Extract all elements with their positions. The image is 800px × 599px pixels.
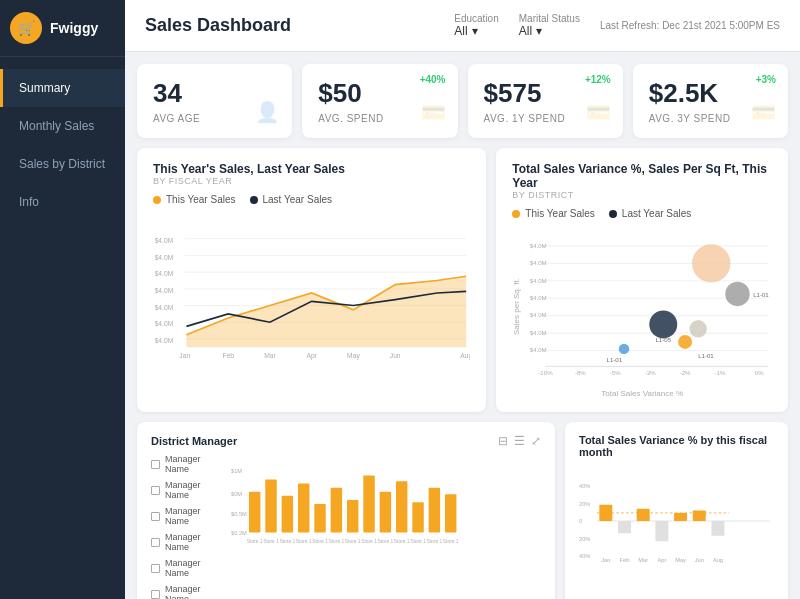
legend-last-year-label: Last Year Sales [263,194,333,205]
svg-text:Store 1: Store 1 [393,539,409,544]
manager-checkbox-5[interactable] [151,564,160,573]
kpi-3y-badge: +3% [756,74,776,85]
svg-text:-5%: -5% [609,369,620,376]
svg-text:Store 1: Store 1 [328,539,344,544]
manager-name-6: Manager Name [165,584,223,599]
dashboard-content: 34 AVG AGE 👤 +40% $50 AVG. SPEND 💳 +12% … [125,52,800,599]
manager-item-3: Manager Name [151,506,223,526]
svg-text:Aug: Aug [713,557,723,563]
svg-text:$4.0M: $4.0M [155,237,174,244]
marital-label: Marital Status [519,13,580,24]
svg-text:$4.0M: $4.0M [155,320,174,327]
manager-checkbox-2[interactable] [151,486,160,495]
svg-rect-61 [298,484,309,533]
manager-list: Manager Name Manager Name Manager Name [151,454,223,599]
marital-select[interactable]: All ▾ [519,24,580,38]
kpi-1y-spend: +12% $575 AVG. 1Y SPEND 💳 [468,64,623,138]
legend-last-year: Last Year Sales [250,194,333,205]
chevron-down-icon: ▾ [536,24,542,38]
marital-filter[interactable]: Marital Status All ▾ [519,13,580,38]
svg-text:40%: 40% [579,483,590,489]
svg-text:Feb: Feb [620,557,630,563]
manager-checkbox-1[interactable] [151,460,160,469]
filter2-icon[interactable]: ☰ [514,434,525,448]
svg-text:0%: 0% [755,369,764,376]
sidebar-item-summary[interactable]: Summary [0,69,125,107]
svg-rect-93 [655,521,668,541]
svg-text:0: 0 [579,518,582,524]
header: Sales Dashboard Education All ▾ Marital … [125,0,800,52]
kpi-1y-badge: +12% [585,74,611,85]
manager-checkbox-3[interactable] [151,512,160,521]
svg-rect-68 [412,502,423,532]
svg-text:-8%: -8% [575,369,586,376]
svg-text:-1%: -1% [714,369,725,376]
manager-checkbox-4[interactable] [151,538,160,547]
district-manager-card: District Manager ⊟ ☰ ⤢ Manager Name [137,422,555,599]
scatter-dot-2 [609,210,617,218]
manager-checkbox-6[interactable] [151,590,160,599]
line-chart-title: This Year's Sales, Last Year Sales [153,162,470,176]
svg-text:Store 1: Store 1 [246,539,262,544]
svg-text:$0M: $0M [231,491,242,497]
card-icon-3: 💳 [751,100,776,124]
svg-rect-95 [693,510,706,521]
filter-icon[interactable]: ⊟ [498,434,508,448]
svg-text:Store 1: Store 1 [410,539,426,544]
manager-name-1: Manager Name [165,454,223,474]
card-icon: 💳 [421,100,446,124]
svg-text:-2%: -2% [679,369,690,376]
sidebar-item-monthly-sales[interactable]: Monthly Sales [0,107,125,145]
refresh-timestamp: Last Refresh: Dec 21st 2021 5:00PM ES [600,20,780,31]
svg-text:Jun: Jun [695,557,704,563]
svg-rect-64 [347,500,358,533]
legend-dot-dark [250,196,258,204]
charts-row: This Year's Sales, Last Year Sales BY FI… [137,148,788,412]
svg-text:$4.0M: $4.0M [155,304,174,311]
svg-text:Store 1: Store 1 [295,539,311,544]
chart-tools[interactable]: ⊟ ☰ ⤢ [498,434,541,448]
svg-text:Apr: Apr [306,352,317,360]
svg-rect-62 [314,504,325,533]
variance-bar-chart: 40% 20% 0 20% 40% Jan [579,466,774,576]
svg-text:Store 1: Store 1 [344,539,360,544]
svg-text:20%: 20% [579,536,590,542]
svg-text:Mar: Mar [264,352,276,359]
svg-text:$4.0M: $4.0M [155,287,174,294]
svg-rect-90 [599,505,612,521]
svg-rect-94 [674,513,687,521]
svg-text:Store 1: Store 1 [426,539,442,544]
svg-text:-3%: -3% [644,369,655,376]
kpi-avg-spend: +40% $50 AVG. SPEND 💳 [302,64,457,138]
kpi-avg-spend-badge: +40% [420,74,446,85]
svg-text:Aug: Aug [460,352,470,360]
scatter-legend-2-label: Last Year Sales [622,208,692,219]
expand-icon[interactable]: ⤢ [531,434,541,448]
svg-point-44 [618,344,628,354]
svg-text:Store 1: Store 1 [263,539,279,544]
svg-rect-70 [445,494,456,532]
person-icon: 👤 [255,100,280,124]
line-chart-subtitle: BY FISCAL YEAR [153,176,470,186]
svg-text:May: May [347,352,360,360]
education-select[interactable]: All ▾ [454,24,498,38]
manager-item-2: Manager Name [151,480,223,500]
svg-text:Store 1: Store 1 [442,539,458,544]
svg-rect-91 [618,521,631,533]
scatter-svg: $4.0M $4.0M $4.0M $4.0M $4.0M $4.0M $4.0… [528,227,772,387]
logo-text: Fwiggy [50,20,98,36]
scatter-legend: This Year Sales Last Year Sales [512,208,772,219]
svg-text:$0.5M: $0.5M [231,511,247,517]
chevron-down-icon: ▾ [472,24,478,38]
svg-text:40%: 40% [579,553,590,559]
manager-item-6: Manager Name [151,584,223,599]
variance-chart-card: Total Sales Variance % by this fiscal mo… [565,422,788,599]
svg-text:L1-01: L1-01 [606,356,622,363]
svg-point-41 [689,320,706,337]
sidebar-item-sales-district[interactable]: Sales by District [0,145,125,183]
svg-text:L1-01: L1-01 [753,291,769,298]
sidebar-item-info[interactable]: Info [0,183,125,221]
education-filter[interactable]: Education All ▾ [454,13,498,38]
svg-rect-60 [281,496,292,533]
main-area: Sales Dashboard Education All ▾ Marital … [125,0,800,599]
